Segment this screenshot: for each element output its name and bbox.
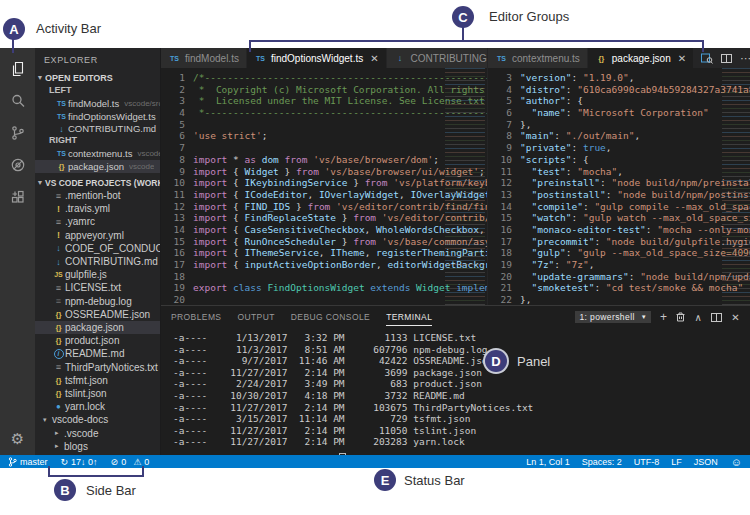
git-branch-indicator[interactable]: master <box>8 457 48 467</box>
yarn-file-icon: ● <box>52 402 65 411</box>
open-editor-item[interactable]: TSfindModel.tsvscode/src/vs/... <box>35 98 160 111</box>
split-editor-icon[interactable] <box>721 54 732 63</box>
tree-item[interactable]: ▾vscode-docs <box>35 413 160 426</box>
open-editor-name: contextmenu.ts <box>68 148 132 159</box>
panel-tab-problems[interactable]: PROBLEMS <box>171 309 221 325</box>
kill-terminal-button[interactable] <box>676 312 685 322</box>
editor-tab[interactable]: TScontextmenu.ts <box>488 48 588 68</box>
maximize-panel-icon[interactable]: ∧ <box>694 312 702 323</box>
search-icon[interactable] <box>0 88 35 114</box>
tree-item-name: .yamrc <box>65 216 95 227</box>
tree-item[interactable]: {}OSSREADME.json <box>35 308 160 321</box>
json-file-icon: {} <box>52 336 65 345</box>
open-preview-icon[interactable] <box>701 53 713 64</box>
tree-item-name: README.md <box>65 348 124 359</box>
new-terminal-button[interactable]: + <box>660 310 667 324</box>
tree-item[interactable]: ≡.mention-bot <box>35 189 160 202</box>
code-editor-left[interactable]: 1/*-------------------------------------… <box>161 68 487 305</box>
minimap[interactable] <box>722 68 750 305</box>
side-bar: EXPLORER ▼ OPEN EDITORS LEFTTSfindModel.… <box>35 48 160 455</box>
line-number: 3 <box>488 72 520 84</box>
minimap[interactable] <box>445 68 485 305</box>
panel-tab-debug-console[interactable]: DEBUG CONSOLE <box>291 309 370 325</box>
open-editors-header[interactable]: ▼ OPEN EDITORS <box>35 71 160 84</box>
callout-e-label: Status Bar <box>404 473 465 488</box>
code-line: 12import { FIND_IDS } from 'vs/editor/co… <box>161 201 487 213</box>
close-panel-icon[interactable]: ✕ <box>731 312 740 323</box>
tree-item[interactable]: ▸blogs <box>35 440 160 453</box>
open-editors-group-label: LEFT <box>49 85 72 95</box>
close-icon[interactable]: ✕ <box>370 53 378 64</box>
settings-gear-icon[interactable]: ⚙ <box>0 426 35 452</box>
warning-icon: ⚠ <box>133 457 141 467</box>
line-number: 10 <box>161 177 193 189</box>
editor-group-left[interactable]: TSfindModel.tsTSfindOptionsWidget.ts✕↓CO… <box>161 48 488 305</box>
line-number: 15 <box>488 212 520 224</box>
tree-item[interactable]: iREADME.md <box>35 347 160 360</box>
tree-item[interactable]: !.travis.yml <box>35 202 160 215</box>
editor-tab[interactable]: TSfindOptionsWidget.ts✕ <box>247 48 387 68</box>
md-file-icon: ↓ <box>52 243 65 253</box>
tree-item[interactable]: ≡npm-debug.log <box>35 295 160 308</box>
ts-file-icon: TS <box>495 55 508 62</box>
tree-item[interactable]: ≡LICENSE.txt <box>35 281 160 294</box>
terminal-line: -a---- 3/15/2017 11:14 AM 729 tsfmt.json <box>173 413 748 425</box>
problems-indicator[interactable]: ⊘ 0 ⚠ 0 <box>111 457 150 467</box>
status-indentation[interactable]: Spaces: 2 <box>582 457 622 467</box>
editor-tab[interactable]: {}package.json✕ <box>588 48 694 68</box>
explorer-icon[interactable] <box>0 56 35 82</box>
tree-item[interactable]: {}product.json <box>35 334 160 347</box>
callout-c: C <box>452 6 474 28</box>
tree-item[interactable]: {}tsfmt.json <box>35 374 160 387</box>
tree-item[interactable]: {}tslint.json <box>35 387 160 400</box>
source-control-icon[interactable] <box>0 120 35 146</box>
extensions-icon[interactable] <box>0 184 35 210</box>
tree-item[interactable]: ▸.vscode <box>35 427 160 440</box>
tree-item[interactable]: ↓CODE_OF_CONDUCT.md <box>35 242 160 255</box>
tree-item-name: .mention-bot <box>65 190 121 201</box>
status-encoding[interactable]: UTF-8 <box>634 457 660 467</box>
open-editor-item[interactable]: {}package.jsonvscode <box>35 160 160 173</box>
terminal[interactable]: -a---- 1/13/2017 3:32 PM 1133 LICENSE.tx… <box>173 332 748 456</box>
callout-a: A <box>3 18 25 40</box>
editor-tab[interactable]: TSfindModel.ts <box>161 48 247 68</box>
workspace-header[interactable]: ▼ VS CODE PROJECTS (WORKSPACE) <box>35 176 160 189</box>
open-editor-item[interactable]: ↓CONTRIBUTING.mdvscode <box>35 123 160 136</box>
tree-item[interactable]: ≡.yamrc <box>35 215 160 228</box>
status-cursor-position[interactable]: Ln 1, Col 1 <box>526 457 570 467</box>
status-eol[interactable]: LF <box>671 457 682 467</box>
debug-icon[interactable] <box>0 152 35 178</box>
split-terminal-icon[interactable] <box>711 313 722 322</box>
close-icon[interactable]: ✕ <box>678 53 686 64</box>
panel-tab-output[interactable]: OUTPUT <box>237 309 274 325</box>
callout-b-label: Side Bar <box>86 483 136 498</box>
tree-item[interactable]: JSgulpfile.js <box>35 268 160 281</box>
ts-file-icon: TS <box>168 55 181 62</box>
editor-group-right[interactable]: TScontextmenu.ts{}package.json✕⋯ 3"versi… <box>488 48 750 305</box>
tree-item[interactable]: ●yarn.lock <box>35 400 160 413</box>
code-line: 17 "precommit": "node build/gulpfile.hyg… <box>488 236 750 248</box>
terminal-select[interactable]: 1: powershell▼ <box>575 311 651 323</box>
code-line: 16 "monaco-editor-test": "mocha --only-m… <box>488 224 750 236</box>
editor-tab[interactable]: ↓CONTRIBUTING.md <box>387 48 488 68</box>
code-editor-right[interactable]: 3"version": "1.19.0",4"distro": "610ca69… <box>488 68 750 305</box>
feedback-smiley-icon[interactable]: ☺ <box>731 456 742 468</box>
line-number: 15 <box>161 236 193 248</box>
open-editor-item[interactable]: TSfindOptionsWidget.tsvsco... <box>35 110 160 123</box>
status-language-mode[interactable]: JSON <box>694 457 718 467</box>
sync-indicator[interactable]: ↻ 17↓ 0↑ <box>61 457 98 467</box>
tab-label: package.json <box>612 53 671 64</box>
tree-item-name: LICENSE.txt <box>65 282 121 293</box>
open-editor-name: CONTRIBUTING.md <box>68 123 156 134</box>
sync-icon: ↻ <box>61 457 69 467</box>
tree-item[interactable]: ↓CONTRIBUTING.md <box>35 255 160 268</box>
line-number: 7 <box>488 119 520 131</box>
tree-item[interactable]: ≡ThirdPartyNotices.txt <box>35 361 160 374</box>
panel-tab-terminal[interactable]: TERMINAL <box>386 309 432 326</box>
tree-item[interactable]: {}package.json <box>35 321 160 334</box>
tree-item[interactable]: !appveyor.yml <box>35 229 160 242</box>
chevron-down-icon: ▼ <box>35 179 45 186</box>
open-editor-item[interactable]: TScontextmenu.tsvscode/src/... <box>35 148 160 161</box>
more-actions-icon[interactable]: ⋯ <box>740 52 750 65</box>
line-number: 12 <box>161 201 193 213</box>
